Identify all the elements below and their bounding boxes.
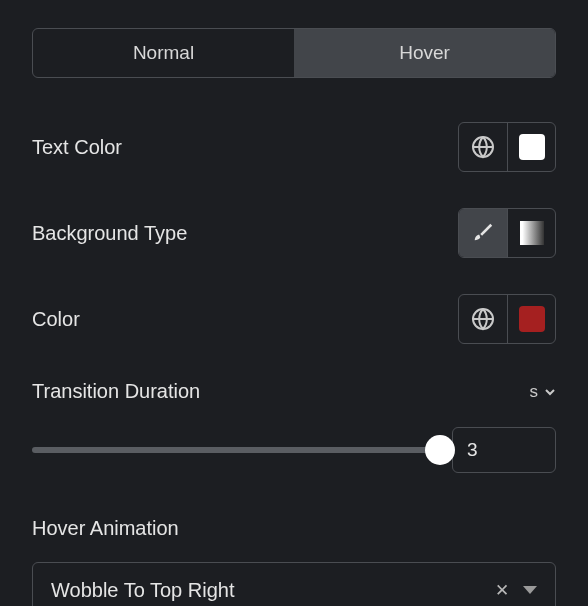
hover-animation-value: Wobble To Top Right bbox=[51, 579, 234, 602]
color-swatch-button[interactable] bbox=[507, 295, 555, 343]
hover-animation-label: Hover Animation bbox=[32, 517, 556, 540]
background-type-label: Background Type bbox=[32, 222, 187, 245]
transition-value-input[interactable]: 3 bbox=[452, 427, 556, 473]
tab-hover[interactable]: Hover bbox=[294, 29, 555, 77]
transition-slider-thumb[interactable] bbox=[425, 435, 455, 465]
chevron-down-icon bbox=[544, 386, 556, 398]
clear-icon[interactable]: ✕ bbox=[495, 580, 509, 601]
background-type-row: Background Type bbox=[32, 208, 556, 258]
tab-hover-label: Hover bbox=[399, 42, 450, 64]
tab-normal[interactable]: Normal bbox=[33, 29, 294, 77]
color-label: Color bbox=[32, 308, 80, 331]
text-color-label: Text Color bbox=[32, 136, 122, 159]
text-color-swatch bbox=[519, 134, 545, 160]
transition-duration-control: 3 bbox=[32, 427, 556, 473]
text-color-global-button[interactable] bbox=[459, 123, 507, 171]
color-global-button[interactable] bbox=[459, 295, 507, 343]
color-row: Color bbox=[32, 294, 556, 344]
background-type-gradient-button[interactable] bbox=[507, 209, 555, 257]
dropdown-caret-icon[interactable] bbox=[523, 586, 537, 594]
color-swatch bbox=[519, 306, 545, 332]
brush-icon bbox=[472, 222, 494, 244]
transition-value-text: 3 bbox=[467, 439, 478, 461]
transition-unit-selector[interactable]: s bbox=[530, 382, 557, 402]
transition-slider[interactable] bbox=[32, 447, 440, 453]
transition-unit-text: s bbox=[530, 382, 539, 402]
background-type-controls bbox=[458, 208, 556, 258]
color-controls bbox=[458, 294, 556, 344]
tab-normal-label: Normal bbox=[133, 42, 194, 64]
transition-duration-header: Transition Duration s bbox=[32, 380, 556, 403]
hover-animation-select[interactable]: Wobble To Top Right ✕ bbox=[32, 562, 556, 606]
globe-icon bbox=[471, 307, 495, 331]
text-color-swatch-button[interactable] bbox=[507, 123, 555, 171]
gradient-icon bbox=[520, 221, 544, 245]
text-color-row: Text Color bbox=[32, 122, 556, 172]
hover-animation-actions: ✕ bbox=[495, 580, 537, 601]
globe-icon bbox=[471, 135, 495, 159]
state-tabs: Normal Hover bbox=[32, 28, 556, 78]
transition-duration-label: Transition Duration bbox=[32, 380, 200, 403]
background-type-classic-button[interactable] bbox=[459, 209, 507, 257]
text-color-controls bbox=[458, 122, 556, 172]
